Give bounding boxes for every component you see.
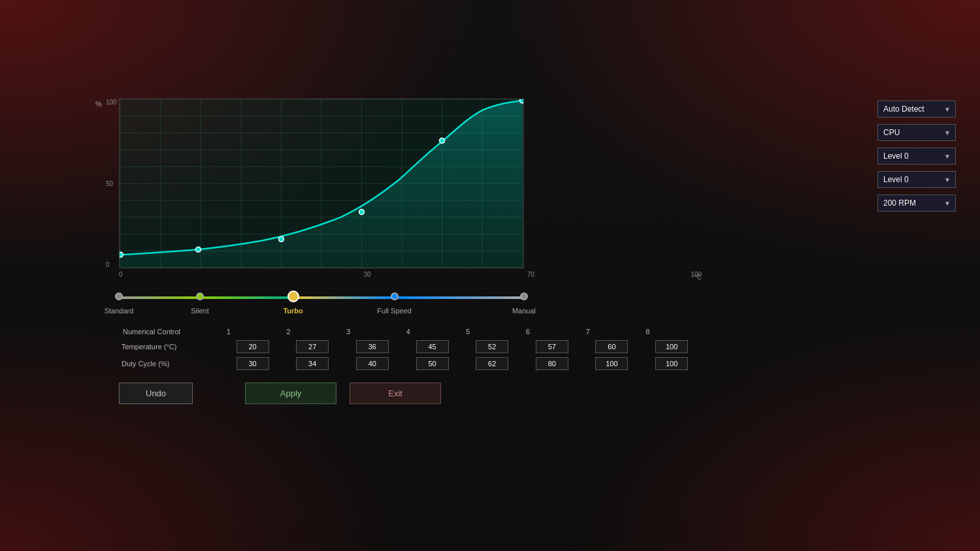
step-down-dropdown-wrapper: Level 0 Level 1 Level 2 Level 3 [877,171,956,188]
low-limit-dropdown[interactable]: 200 RPM 300 RPM 400 RPM 500 RPM [877,195,956,212]
svg-point-29 [520,99,524,103]
temperature-row: Temperature (°C) [119,338,702,355]
duty-input-8[interactable] [655,357,688,370]
step-up-dropdown-wrapper: Level 0 Level 1 Level 2 Level 3 [877,148,956,165]
duty-input-6[interactable] [536,357,568,370]
col-5-header: 5 [462,325,522,338]
duty-row-label: Duty Cycle (%) [119,355,223,372]
slider-track-area: Standard Silent Turbo Full Speed Manual [119,286,524,316]
slider-track [119,296,524,299]
fan-curve-chart [119,99,524,268]
temp-input-4[interactable] [416,340,449,353]
apply-button[interactable]: Apply [245,383,336,404]
y-tick-100: 100 [106,99,117,106]
temp-input-5[interactable] [476,340,508,353]
y-tick-0: 0 [106,261,117,268]
col-4-header: 4 [402,325,463,338]
q-fan-section: ⊙ Q-Fan Tuning CPU_FAN CHA_FAN1 CHA_FAN2… [13,99,702,404]
duty-input-4[interactable] [416,357,449,370]
slider-label-standard: Standard [105,307,134,315]
col-7-header: 7 [582,325,642,338]
slider-label-silent: Silent [191,307,209,315]
slider-dot-standard[interactable] [115,292,123,300]
slider-dot-silent[interactable] [196,292,204,300]
source-dropdown[interactable]: CPU CPU Package MotherBoard [877,124,956,141]
temp-input-8[interactable] [655,340,688,353]
temp-input-1[interactable] [237,340,269,353]
col-6-header: 6 [522,325,582,338]
source-dropdown-wrapper: CPU CPU Package MotherBoard [877,124,956,141]
x-tick-70: 70 [527,271,534,278]
step-down-dropdown[interactable]: Level 0 Level 1 Level 2 Level 3 [877,171,956,188]
y-tick-50: 50 [106,180,117,187]
slider-label-manual: Manual [512,307,536,315]
x-tick-30: 30 [364,271,371,278]
qfan-control-dropdown[interactable]: Auto Detect Disabled DC Mode PWM Mode [877,101,956,118]
profile-slider-container: Standard Silent Turbo Full Speed Manual [95,286,702,316]
button-row: Undo Apply Exit [95,383,524,404]
exit-button[interactable]: Exit [350,383,441,404]
temp-input-3[interactable] [356,340,389,353]
y-label-100: % [95,100,102,108]
slider-label-full-speed: Full Speed [377,307,412,315]
svg-point-25 [195,247,201,252]
svg-point-28 [440,138,445,144]
col-1-header: 1 [223,325,283,338]
svg-point-24 [119,252,123,257]
temp-input-2[interactable] [296,340,329,353]
qfan-control-dropdown-wrapper: Auto Detect Disabled DC Mode PWM Mode [877,101,956,118]
duty-input-3[interactable] [356,357,389,370]
duty-cycle-row: Duty Cycle (%) [119,355,702,372]
slider-dot-turbo[interactable] [287,291,299,302]
step-up-dropdown[interactable]: Level 0 Level 1 Level 2 Level 3 [877,148,956,165]
numerical-table: Numerical Control 1 2 3 4 5 6 7 8 [119,325,702,372]
num-control-header: Numerical Control [119,325,223,338]
numerical-control: Numerical Control 1 2 3 4 5 6 7 8 [95,325,702,372]
x-unit-label: °C [694,274,702,281]
temp-input-6[interactable] [536,340,568,353]
slider-dot-full-speed[interactable] [391,292,399,300]
duty-input-1[interactable] [237,357,269,370]
duty-input-2[interactable] [296,357,329,370]
col-3-header: 3 [342,325,402,338]
temp-input-7[interactable] [595,340,628,353]
temp-row-label: Temperature (°C) [119,338,223,355]
svg-point-26 [279,236,284,242]
col-8-header: 8 [642,325,702,338]
low-limit-dropdown-wrapper: 200 RPM 300 RPM 400 RPM 500 RPM [877,195,956,212]
svg-point-27 [359,210,365,215]
duty-input-5[interactable] [476,357,508,370]
undo-button[interactable]: Undo [119,383,193,404]
col-2-header: 2 [282,325,342,338]
x-tick-0: 0 [119,271,123,278]
slider-label-turbo: Turbo [283,307,302,315]
chart-container: % 100 50 0 [95,99,702,404]
duty-input-7[interactable] [595,357,628,370]
left-panel: Q-Fan Control Select your target fan and… [13,44,702,404]
slider-dot-manual[interactable] [520,292,528,300]
